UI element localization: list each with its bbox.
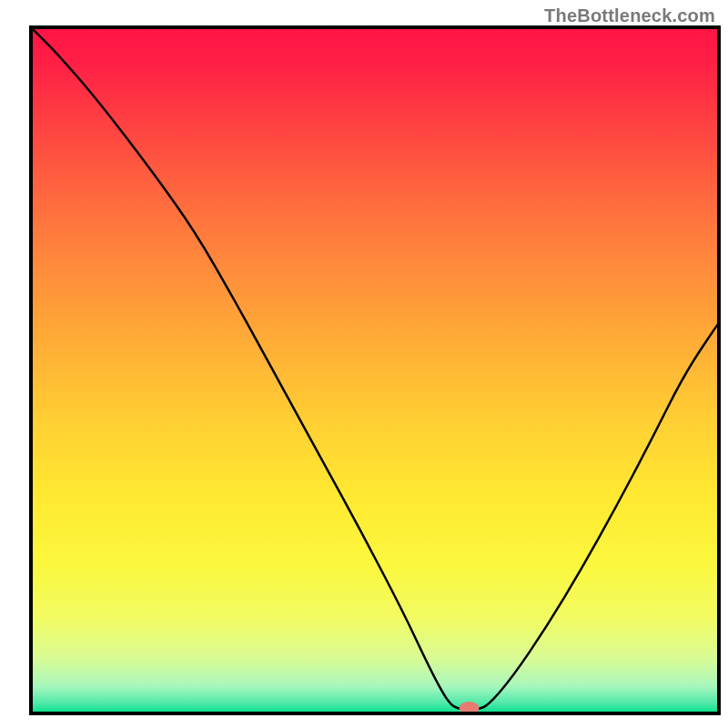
chart-container: { "watermark": "TheBottleneck.com", "plo… [0,0,728,728]
bottleneck-chart [0,0,728,728]
plot-area [31,27,719,714]
gradient-background [31,27,719,713]
